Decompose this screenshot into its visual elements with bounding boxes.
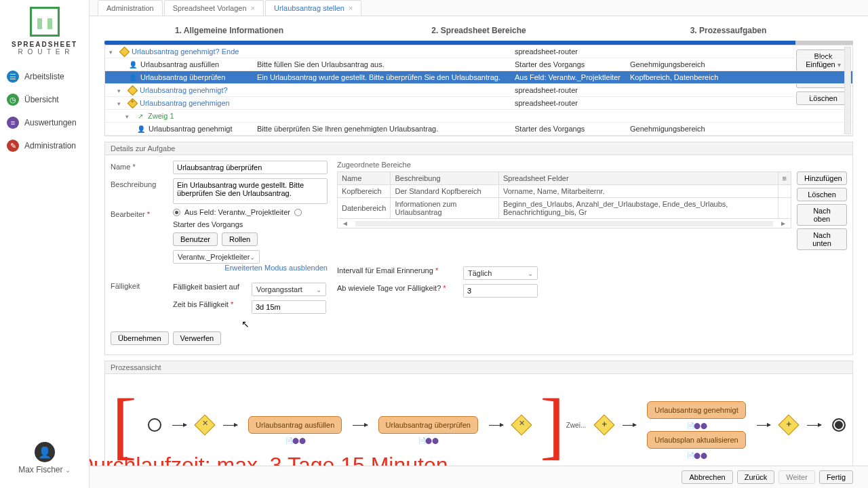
tab-bar: Administration Spreadsheet Vorlagen× Url… (90, 0, 868, 16)
tree-row-selected[interactable]: 👤Urlaubsantrag überprüfen Ein Urlaubsant… (105, 71, 852, 84)
chevron-down-icon: ⌄ (65, 466, 71, 474)
table-row[interactable]: DatenbereichInformationen zum Urlaubsant… (338, 198, 791, 219)
user-name: Max Fischer (18, 465, 62, 474)
tree-row[interactable]: ▾Urlaubsantrag genehmigen spreadsheet-ro… (105, 97, 852, 110)
close-icon[interactable]: × (251, 4, 255, 12)
process-title: Prozessansicht (104, 361, 853, 374)
end-event-icon (832, 418, 846, 432)
wizard-step-3[interactable]: 3. Prozessaufgaben (604, 26, 853, 38)
chevron-down-icon: ⌄ (250, 253, 255, 261)
overview-icon: ◷ (7, 94, 19, 106)
gateway-icon (194, 414, 215, 435)
radio-starter[interactable] (294, 209, 302, 216)
sidebar: SPREADSHEETR O U T E R ☰Arbeitsliste ◷Üb… (0, 0, 90, 488)
process-diagram[interactable]: [ Urlaubsantrag ausfüllen📄⬤⬤ Urlaubsantr… (104, 374, 853, 466)
tab-administration[interactable]: Administration (98, 0, 163, 16)
table-row[interactable]: KopfbereichDer Standard KopfbereichVorna… (338, 185, 791, 198)
move-down-button[interactable]: Nach unten (797, 228, 847, 250)
tab-templates[interactable]: Spreadsheet Vorlagen× (164, 0, 264, 16)
person-icon: 👤 (128, 60, 138, 69)
cancel-button[interactable]: Abbrechen (682, 470, 732, 484)
wizard-step-2[interactable]: 2. Spreadsheet Bereiche (354, 26, 604, 38)
task-node[interactable]: Urlaubsantrag überprüfen📄⬤⬤ (378, 416, 478, 434)
parallel-gateway-icon (778, 414, 799, 435)
tree-row[interactable]: ▾↗Zweig 1 (105, 110, 852, 123)
nav-administration[interactable]: ✎Administration (0, 134, 89, 157)
wizard-footer: Abbrechen Zurück Weiter Fertig (90, 466, 868, 488)
person-icon: 👤 (128, 73, 138, 82)
name-label: Name (111, 161, 169, 171)
app-logo: SPREADSHEETR O U T E R (0, 0, 89, 65)
tab-current[interactable]: Urlaubsantrag stellen× (265, 0, 361, 16)
main-area: Administration Spreadsheet Vorlagen× Url… (90, 0, 868, 488)
move-up-button[interactable]: Nach oben (797, 204, 847, 226)
interval-select[interactable]: Täglich⌄ (463, 266, 538, 280)
branch-icon: ↗ (136, 111, 145, 121)
back-button[interactable]: Zurück (737, 470, 775, 484)
nav-auswertungen[interactable]: ≡Auswertungen (0, 111, 89, 134)
tree-row[interactable]: 👤Urlaubsantrag genehmigt Bitte überprüfe… (105, 123, 852, 136)
advanced-mode-link[interactable]: Erweiterten Modus ausblenden (224, 264, 328, 272)
nav-arbeitsliste[interactable]: ☰Arbeitsliste (0, 65, 89, 88)
days-before-input[interactable] (463, 284, 538, 298)
person-icon: 👤 (136, 124, 146, 134)
done-button[interactable]: Fertig (819, 470, 853, 484)
nav-uebersicht[interactable]: ◷Übersicht (0, 88, 89, 111)
remove-button[interactable]: Löschen (797, 188, 847, 201)
gateway-icon (511, 414, 532, 435)
name-input[interactable] (173, 161, 328, 174)
overlay-annotation: Durchlaufzeit: max. 3 Tage 15 Minuten (90, 453, 448, 466)
assigned-table: NameBeschreibungSpreadsheet Felder≡ Kopf… (337, 171, 791, 219)
details-panel: Name BeschreibungEin Urlaubsantrag wurde… (104, 155, 853, 355)
wrench-icon: ✎ (7, 140, 19, 152)
report-icon: ≡ (7, 117, 19, 129)
users-button[interactable]: Benutzer (173, 232, 218, 246)
wizard-header: 1. Allgemeine Informationen 2. Spreadshe… (90, 16, 868, 45)
close-icon[interactable]: × (349, 4, 353, 12)
task-node[interactable]: Urlaubsplan aktualisieren📄⬤⬤ (647, 431, 746, 449)
task-tree: ▾Urlaubsantrag genehmigt? Ende spreadshe… (104, 45, 853, 136)
due-base-select[interactable]: Vorgangsstart⌄ (252, 283, 326, 296)
add-button[interactable]: Hinzufügen (797, 171, 847, 185)
tree-row[interactable]: ▾Urlaubsantrag genehmigt? spreadsheet-ro… (105, 84, 852, 97)
parallel-gateway-icon (594, 414, 615, 435)
list-icon: ☰ (7, 70, 19, 83)
apply-button[interactable]: Übernehmen (111, 331, 169, 345)
branch-label: Zwei... (566, 422, 586, 429)
wizard-step-1[interactable]: 1. Allgemeine Informationen (104, 26, 354, 38)
user-avatar-icon: 👤 (35, 442, 55, 462)
desc-label: Beschreibung (111, 178, 169, 188)
tree-row[interactable]: 👤Urlaubsantrag ausfüllen Bitte füllen Si… (105, 58, 852, 71)
details-title: Details zur Aufgabe (104, 142, 853, 155)
assigned-title: Zugeordnete Bereiche (337, 161, 847, 169)
discard-button[interactable]: Verwerfen (173, 331, 222, 345)
tree-scrollbar[interactable] (844, 47, 851, 134)
tree-row[interactable]: ▾Urlaubsantrag genehmigt? Ende spreadshe… (105, 45, 852, 58)
project-select[interactable]: Verantw._Projektleiter⌄ (173, 250, 260, 264)
user-block[interactable]: 👤 Max Fischer ⌄ (0, 434, 89, 488)
next-button: Weiter (778, 470, 815, 484)
due-label: Fälligkeit (111, 280, 169, 290)
radio-from-field[interactable] (173, 209, 180, 216)
table-scroll[interactable]: ◄► (337, 219, 791, 228)
task-node[interactable]: Urlaubsantrag genehmigt📄⬤⬤ (647, 401, 746, 419)
desc-input[interactable]: Ein Urlaubsantrag wurde gestellt. Bitte … (173, 178, 328, 204)
task-node[interactable]: Urlaubsantrag ausfüllen📄⬤⬤ (248, 416, 342, 434)
editor-label: Bearbeiter (111, 208, 169, 218)
start-event-icon (148, 418, 161, 432)
roles-button[interactable]: Rollen (222, 232, 258, 246)
time-to-due-input[interactable] (252, 300, 326, 314)
